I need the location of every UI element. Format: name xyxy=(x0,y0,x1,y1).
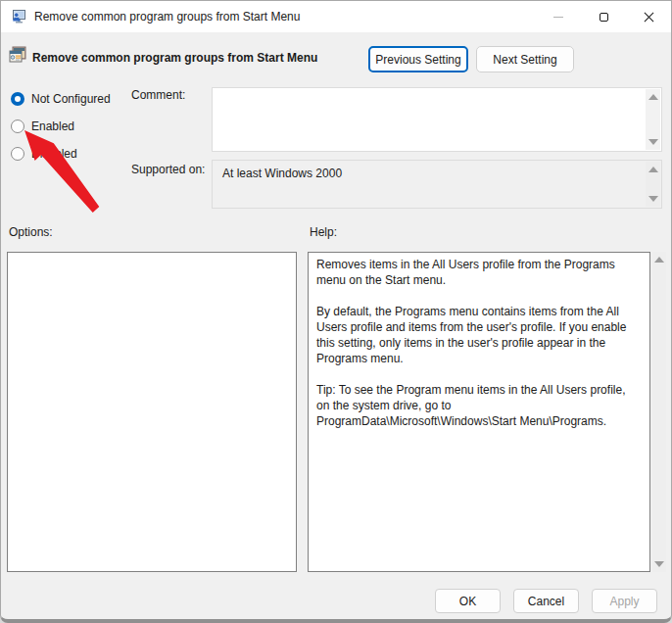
radio-label: Enabled xyxy=(31,120,74,133)
options-label: Options: xyxy=(9,225,53,239)
close-icon xyxy=(644,12,654,23)
supported-on-scrollbar[interactable] xyxy=(646,162,660,207)
scroll-down-icon xyxy=(648,139,658,145)
supported-on-label: Supported on: xyxy=(131,163,205,176)
close-button[interactable] xyxy=(626,1,671,32)
apply-button[interactable]: Apply xyxy=(592,589,657,613)
help-paragraph: Removes items in the All Users profile f… xyxy=(316,257,642,288)
help-paragraph: Tip: To see the Program menu items in th… xyxy=(316,382,642,429)
supported-on-field: At least Windows 2000 xyxy=(212,160,662,209)
window-controls xyxy=(536,1,671,32)
scroll-down-icon xyxy=(648,196,658,202)
scroll-down-icon xyxy=(654,561,664,567)
cancel-button[interactable]: Cancel xyxy=(513,589,579,613)
scroll-up-icon xyxy=(648,94,658,100)
scroll-up-icon xyxy=(654,257,664,263)
maximize-icon xyxy=(600,13,608,22)
radio-label: Disabled xyxy=(31,147,77,161)
radio-circle-icon xyxy=(11,120,24,133)
scroll-up-icon xyxy=(648,167,658,172)
setting-title: Remove common program groups from Start … xyxy=(32,51,317,65)
window-title: Remove common program groups from Start … xyxy=(34,10,300,24)
help-label: Help: xyxy=(310,225,337,239)
radio-circle-icon xyxy=(11,147,24,161)
group-policy-app-icon xyxy=(11,9,26,24)
minimize-icon xyxy=(553,17,563,18)
next-setting-button[interactable]: Next Setting xyxy=(476,46,574,72)
comment-label: Comment: xyxy=(131,88,185,102)
policy-setting-icon xyxy=(9,46,26,64)
radio-not-configured[interactable]: Not Configured xyxy=(11,91,111,107)
titlebar: Remove common program groups from Start … xyxy=(1,1,671,32)
ok-button[interactable]: OK xyxy=(435,589,501,613)
radio-disabled[interactable]: Disabled xyxy=(11,146,77,162)
supported-on-value: At least Windows 2000 xyxy=(222,167,342,180)
radio-enabled[interactable]: Enabled xyxy=(11,119,74,134)
options-panel xyxy=(7,252,297,572)
policy-setting-dialog: Remove common program groups from Start … xyxy=(0,0,672,623)
minimize-button[interactable] xyxy=(536,1,581,32)
previous-setting-button[interactable]: Previous Setting xyxy=(368,46,468,72)
comment-textarea[interactable] xyxy=(212,87,662,152)
help-paragraph: By default, the Programs menu contains i… xyxy=(316,304,642,366)
help-text-panel[interactable]: Removes items in the All Users profile f… xyxy=(308,252,650,572)
comment-scrollbar[interactable] xyxy=(646,89,660,150)
help-scrollbar[interactable] xyxy=(652,252,666,572)
radio-label: Not Configured xyxy=(31,92,111,106)
maximize-button[interactable] xyxy=(581,1,626,32)
radio-circle-selected-icon xyxy=(11,92,24,106)
